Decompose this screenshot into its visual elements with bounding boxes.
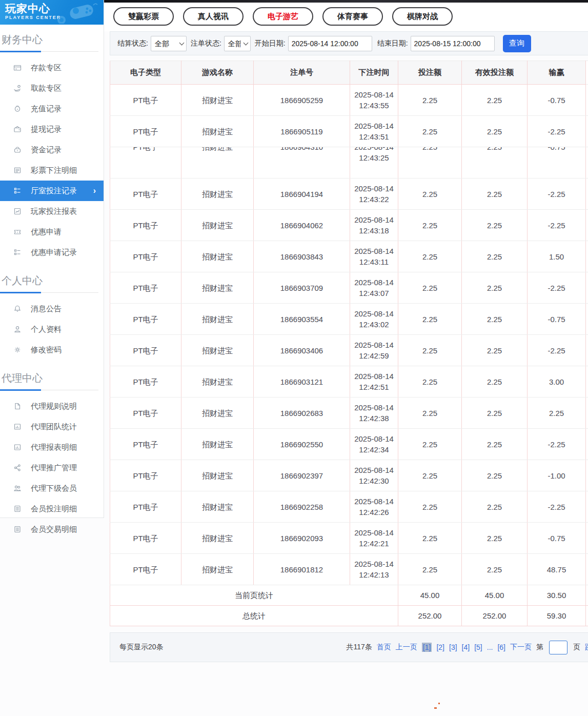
cell-valid: 2.25	[462, 304, 528, 335]
cell-valid: 2.25	[462, 491, 528, 523]
cell-win: 1.50	[528, 241, 586, 272]
sidebar-item[interactable]: 彩票下注明细	[0, 160, 104, 181]
cell-time: 2025-08-1412:42:21	[350, 523, 398, 554]
sidebar-item[interactable]: 充值记录	[0, 98, 104, 119]
cell-win: 3.00	[528, 366, 586, 397]
start-date-input[interactable]	[288, 36, 372, 51]
cell-bet: 2.25	[398, 429, 462, 460]
cell-order: 1866904062	[254, 210, 350, 241]
sidebar-item[interactable]: 修改密码	[0, 340, 104, 360]
sidebar-item[interactable]: 个人资料	[0, 319, 104, 340]
cell-bet: 2.25	[398, 85, 462, 116]
tab-item[interactable]: 棋牌对战	[392, 7, 453, 26]
sidebar-item[interactable]: 厅室投注记录›	[0, 181, 104, 201]
cell-valid: 2.25	[462, 178, 528, 210]
order-status-label: 注单状态:	[191, 39, 221, 48]
sidebar-item[interactable]: 取款专区	[0, 78, 104, 98]
pager-link[interactable]: [4]	[462, 643, 470, 651]
sidebar-item[interactable]: 代理下级会员	[0, 478, 104, 499]
pager-current-page[interactable]: [1]	[422, 643, 432, 652]
order-status-select[interactable]: 全部	[224, 36, 251, 51]
sidebar-item[interactable]: 消息公告	[0, 299, 104, 319]
tab-item[interactable]: 真人视讯	[183, 7, 244, 26]
sidebar-item[interactable]: 玩家投注报表	[0, 201, 104, 222]
cell-game: 招财进宝	[181, 147, 254, 178]
total-summary-row: 总统计 252.00 252.00 59.30	[110, 606, 588, 626]
sidebar-item[interactable]: 存款专区	[0, 57, 104, 78]
table-row: PT电子招财进宝18669052592025-08-1412:43:552.25…	[110, 85, 588, 116]
tab-item[interactable]: 体育赛事	[322, 7, 383, 26]
section-header-0: 财务中心	[0, 25, 104, 47]
cell-type: PT电子	[110, 491, 181, 523]
cell-type: PT电子	[110, 335, 181, 366]
sidebar-item[interactable]: 代理推广管理	[0, 458, 104, 478]
table-header-row: 电子类型游戏名称注单号下注时间投注额有效投注额输赢	[110, 61, 588, 85]
jump-go-link[interactable]: 跳转	[585, 643, 588, 652]
pager-link[interactable]: 下一页	[510, 643, 532, 652]
sidebar-item-label: 会员投注明细	[31, 504, 77, 514]
section-underline	[0, 389, 104, 391]
cell-order: 1866903406	[254, 335, 350, 366]
clipped-column	[586, 272, 588, 304]
total-summary-valid: 252.00	[483, 610, 506, 621]
pager-link[interactable]: [5]	[474, 643, 482, 651]
sidebar-item[interactable]: 代理报表明细	[0, 437, 104, 458]
pager-link[interactable]: 首页	[377, 643, 391, 652]
sidebar-item[interactable]: 会员投注明细	[0, 499, 104, 519]
bell-icon	[13, 304, 22, 313]
pagination-bar: 每页显示20条 共117条 首页上一页[1][2][3][4][5]...[6]…	[110, 632, 588, 662]
pager-link[interactable]: 上一页	[396, 643, 417, 652]
clipped-column	[586, 116, 588, 147]
cell-game: 招财进宝	[181, 523, 254, 554]
clipped-column	[586, 554, 588, 585]
end-date-input[interactable]	[411, 36, 495, 51]
clipped-column	[586, 366, 588, 397]
sidebar-item[interactable]: 优惠申请记录	[0, 242, 104, 263]
clipped-column	[586, 523, 588, 554]
sidebar-item[interactable]: 资金记录	[0, 140, 104, 160]
category-tabs: 雙贏彩票真人视讯电子游艺体育赛事棋牌对战	[104, 3, 588, 31]
cell-valid: 2.25	[462, 397, 528, 429]
pager-link[interactable]: [2]	[436, 643, 444, 651]
cell-order: 1866905119	[254, 116, 350, 147]
cell-valid: 2.25	[462, 85, 528, 116]
cell-time: 2025-08-1412:43:25	[350, 147, 398, 178]
cell-type: PT电子	[110, 397, 181, 429]
tab-active[interactable]: 电子游艺	[253, 7, 313, 26]
team-chart-icon	[13, 443, 22, 452]
cell-win: -1.00	[528, 460, 586, 491]
cell-valid: 2.25	[462, 116, 528, 147]
tab-item[interactable]: 雙贏彩票	[113, 7, 174, 26]
cell-game: 招财进宝	[181, 460, 254, 491]
settle-status-select-wrap: 全部	[151, 36, 187, 51]
sidebar-item[interactable]: 会员交易明细	[0, 519, 104, 540]
sidebar-item[interactable]: 代理规则说明	[0, 396, 104, 416]
per-page-label: 每页显示20条	[119, 643, 164, 652]
jump-prefix-label: 第	[536, 643, 543, 652]
cell-game: 招财进宝	[181, 241, 254, 272]
cell-bet: 2.25	[398, 178, 462, 210]
pager-link[interactable]: [3]	[449, 643, 457, 651]
cell-win: -0.75	[528, 85, 586, 116]
pager-link[interactable]: [6]	[497, 643, 505, 651]
sidebar-item[interactable]: 优惠申请	[0, 222, 104, 242]
doc-lines-icon	[13, 166, 22, 175]
cell-bet: 2.25	[398, 210, 462, 241]
sidebar-item-label: 玩家投注报表	[31, 207, 77, 216]
total-summary-label: 总统计	[242, 610, 266, 621]
query-button[interactable]: 查询	[503, 35, 531, 52]
total-summary-win: 59.30	[547, 610, 566, 621]
cell-time: 2025-08-1412:43:02	[350, 304, 398, 335]
clipped-column	[586, 429, 588, 460]
sidebar-item[interactable]: 代理团队统计	[0, 416, 104, 437]
settle-status-select[interactable]: 全部	[151, 36, 187, 51]
pager-link[interactable]: ...	[487, 643, 493, 651]
share-icon	[13, 463, 22, 472]
sidebar-item[interactable]: 提现记录	[0, 119, 104, 140]
sidebar-item-label: 取款专区	[31, 84, 62, 93]
cell-order: 1866904194	[254, 178, 350, 210]
cell-time: 2025-08-1412:43:22	[350, 178, 398, 210]
jump-page-input[interactable]	[549, 641, 567, 654]
table-row: PT电子招财进宝18669025502025-08-1412:42:342.25…	[110, 429, 588, 460]
cell-type: PT电子	[110, 460, 181, 491]
